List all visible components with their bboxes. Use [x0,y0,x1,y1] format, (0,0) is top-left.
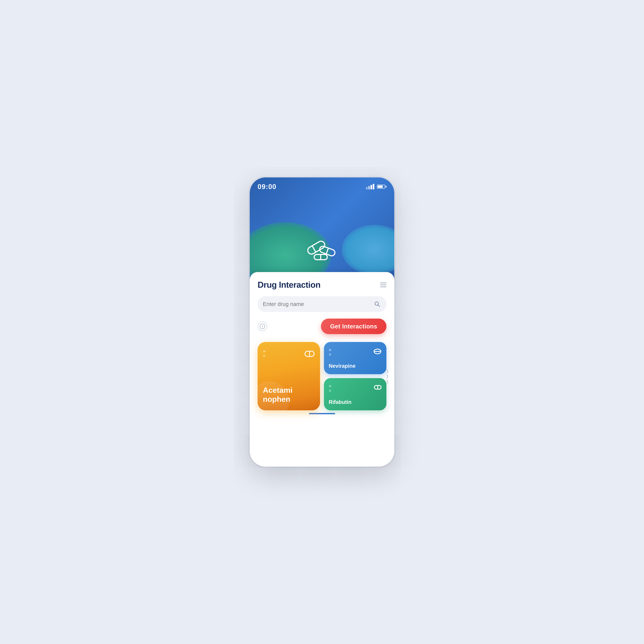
battery-body [377,185,385,189]
scroll-arrow-2: ❯ [385,374,389,378]
phone-frame: 09:00 [250,177,394,467]
battery-tip [386,186,386,188]
chevron-marker-teal: » [329,383,331,388]
signal-bar-4 [373,184,374,189]
drug-name-acetaminophen: Acetami nophen [263,385,315,404]
x-marker: × [263,354,266,358]
signal-bar-1 [366,187,368,189]
hero-section: 09:00 [250,177,394,280]
info-button[interactable]: i [258,322,267,331]
capsule-icon-large [304,349,315,361]
drugs-grid: » × Acetami nophen » [258,342,386,410]
svg-text:i: i [262,324,263,328]
search-icon[interactable] [373,300,381,308]
action-row: i Get Interactions [258,319,386,334]
svg-line-3 [326,248,328,254]
drug-card-rifabutin[interactable]: » × Rifabutin [324,378,386,410]
scroll-arrow-3: ❯ [385,379,389,384]
capsule-icon-rifabutin [374,383,382,393]
page-title: Drug Interaction [258,280,320,290]
status-bar: 09:00 [250,177,394,193]
get-interactions-button[interactable]: Get Interactions [321,319,386,334]
card-top-row-rifabutin: » × [329,383,382,393]
scroll-arrows: ❯ ❯ ❯ [385,369,389,384]
drug-card-nevirapine[interactable]: » × Nevirapine [324,342,386,374]
card-top-row-nevirapine: » × [329,347,382,357]
chevron-marker-blue: » [329,347,331,352]
card-markers-nevirapine: » × [329,347,331,357]
drug-name-rifabutin: Rifabutin [329,399,382,405]
card-markers-rifabutin: » × [329,383,331,393]
home-indicator [309,413,335,414]
main-card: Drug Interaction i [250,272,394,467]
chevron-marker: » [263,349,266,354]
drug-name-nevirapine: Nevirapine [329,363,382,369]
status-time: 09:00 [258,183,276,191]
pills-icon [304,237,340,264]
hero-icon-area [304,237,340,264]
card-markers-large: » × [263,349,266,358]
svg-line-7 [378,305,380,307]
search-bar[interactable] [258,296,386,312]
menu-button[interactable] [380,283,386,287]
battery-fill [378,185,383,188]
battery-icon [377,185,386,189]
card-top-row-large: » × [263,349,315,361]
search-input[interactable] [263,301,373,307]
pill-icon-nevirapine [373,347,382,357]
menu-line-3 [380,287,386,287]
card-header: Drug Interaction [258,280,386,290]
menu-line-1 [380,283,386,283]
signal-bar-2 [368,186,370,189]
scroll-arrow-1: ❯ [385,369,389,373]
x-marker-blue: × [329,352,331,357]
signal-icon [366,184,374,189]
svg-line-1 [312,246,316,252]
x-marker-teal: × [329,388,331,393]
status-icons [366,184,386,189]
menu-line-2 [380,285,386,285]
signal-bar-3 [370,185,372,189]
drug-card-acetaminophen[interactable]: » × Acetami nophen [258,342,320,410]
